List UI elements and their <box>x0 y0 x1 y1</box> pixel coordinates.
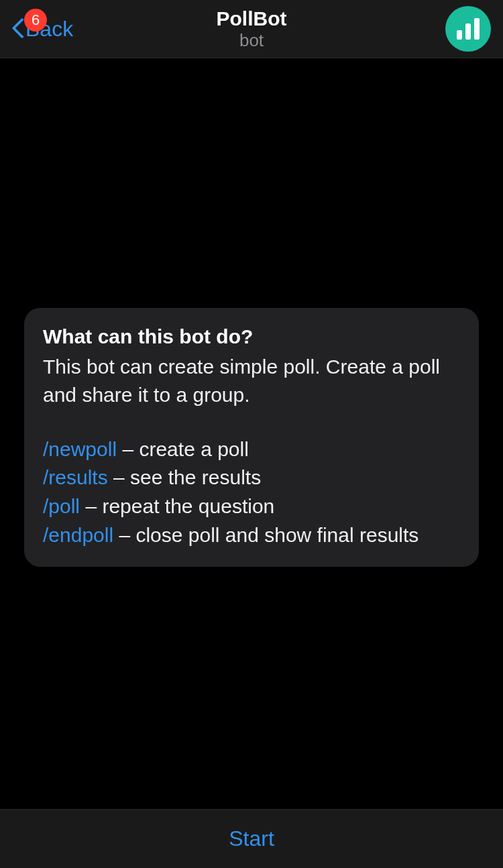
command-poll: /poll – repeat the question <box>43 492 460 521</box>
start-button[interactable]: Start <box>229 826 274 851</box>
back-button[interactable]: Back 6 <box>12 17 73 42</box>
chat-header: Back 6 PollBot bot <box>0 0 503 58</box>
notification-badge: 6 <box>24 9 47 32</box>
intro-title: What can this bot do? <box>43 323 460 351</box>
command-name[interactable]: /poll <box>43 495 80 517</box>
command-desc: – create a poll <box>117 438 249 460</box>
command-desc: – see the results <box>108 466 261 488</box>
bottom-bar: Start <box>0 809 503 868</box>
chat-subtitle: bot <box>217 31 287 50</box>
bot-avatar[interactable] <box>445 6 491 52</box>
command-results: /results – see the results <box>43 464 460 492</box>
bars-icon <box>457 30 462 40</box>
command-name[interactable]: /endpoll <box>43 524 113 546</box>
chat-title: PollBot <box>217 7 287 30</box>
command-name[interactable]: /newpoll <box>43 438 117 460</box>
command-desc: – close poll and show final results <box>113 524 418 546</box>
command-name[interactable]: /results <box>43 466 108 488</box>
bars-icon <box>465 23 471 40</box>
intro-description: This bot can create simple poll. Create … <box>43 353 460 410</box>
bars-icon <box>474 18 480 40</box>
chat-title-block[interactable]: PollBot bot <box>217 7 287 50</box>
command-endpoll: /endpoll – close poll and show final res… <box>43 521 460 550</box>
chevron-left-icon <box>12 19 24 39</box>
command-list: /newpoll – create a poll /results – see … <box>43 435 460 549</box>
command-desc: – repeat the question <box>80 495 274 517</box>
command-newpoll: /newpoll – create a poll <box>43 435 460 464</box>
bot-intro-bubble: What can this bot do? This bot can creat… <box>24 308 479 567</box>
